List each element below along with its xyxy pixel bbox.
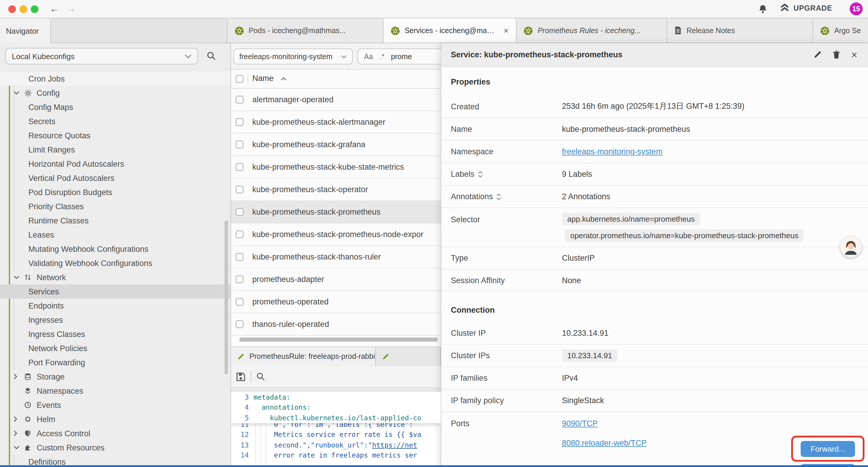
match-case-toggle[interactable]: Aa: [364, 52, 373, 61]
navigator-tab-label: Navigator: [6, 26, 39, 35]
close-panel-icon[interactable]: ×: [851, 50, 857, 59]
editor-search-icon[interactable]: [256, 372, 265, 381]
row-value: None: [562, 276, 581, 285]
row-label: Cluster IP: [441, 328, 562, 337]
sidebar-item-ingress-classes[interactable]: Ingress Classes: [0, 327, 230, 341]
upgrade-button[interactable]: UPGRADE: [780, 4, 832, 12]
notification-count-badge[interactable]: 15: [850, 2, 863, 16]
sidebar-item-helm[interactable]: Helm: [0, 412, 230, 426]
row-checkbox[interactable]: [236, 253, 243, 261]
back-button[interactable]: ←: [50, 2, 59, 16]
sidebar-item-resource-quotas[interactable]: Resource Quotas: [0, 128, 230, 143]
sidebar-item-endpoints[interactable]: Endpoints: [0, 298, 230, 313]
chevron-right-icon: [13, 374, 21, 380]
sidebar-item-mutating-webhook-configurations[interactable]: Mutating Webhook Configurations: [0, 242, 230, 256]
table-row[interactable]: kube-prometheus-stack-thanos-ruler: [231, 246, 441, 268]
sidebar-scrollbar-thumb[interactable]: [224, 221, 228, 374]
row-checkbox[interactable]: [236, 118, 243, 126]
sidebar-item-cron-jobs[interactable]: Cron Jobs: [0, 71, 230, 86]
tab-navigator[interactable]: Navigator: [0, 18, 51, 43]
sidebar-item-limit-ranges[interactable]: Limit Ranges: [0, 143, 230, 157]
sidebar-item-runtime-classes[interactable]: Runtime Classes: [0, 213, 230, 228]
regex-toggle[interactable]: .*: [380, 52, 385, 61]
row-checkbox[interactable]: [236, 320, 243, 328]
sidebar-search-icon[interactable]: [206, 51, 216, 61]
close-tab-icon[interactable]: ×: [500, 25, 509, 35]
tab-argo[interactable]: Argo Se: [813, 18, 868, 42]
editor-tab-label: PrometheusRule: freeleaps-prod-rabbitmq: [249, 352, 376, 360]
sidebar-item-ingresses[interactable]: Ingresses: [0, 313, 230, 327]
table-row[interactable]: kube-prometheus-stack-kube-state-metrics: [231, 156, 441, 178]
horizontal-scrollbar-thumb[interactable]: [239, 338, 438, 342]
tab-prometheus-rules[interactable]: Prometheus Rules - icecheng...: [517, 18, 667, 42]
service-name: prometheus-adapter: [252, 275, 324, 284]
tab-release-notes[interactable]: Release Notes: [667, 18, 813, 42]
save-icon[interactable]: [236, 372, 246, 382]
sidebar-item-services[interactable]: Services: [0, 284, 230, 298]
sidebar-item-leases[interactable]: Leases: [0, 228, 230, 242]
port-link-9090[interactable]: 9090/TCP: [562, 419, 598, 428]
sidebar-item-pod-disruption-budgets[interactable]: Pod Disruption Budgets: [0, 185, 230, 199]
sidebar-item-custom-resources[interactable]: Custom Resources: [0, 440, 230, 455]
sidebar-item-storage[interactable]: Storage: [0, 370, 230, 384]
sidebar-item-vertical-pod-autoscalers[interactable]: Vertical Pod Autoscalers: [0, 171, 230, 185]
expand-collapse-icon[interactable]: [478, 171, 483, 178]
sidebar-item-access-control[interactable]: Access Control: [0, 426, 230, 440]
table-row[interactable]: kube-prometheus-stack-grafana: [231, 134, 441, 156]
sidebar-item-port-forwarding[interactable]: Port Forwarding: [0, 355, 230, 370]
user-avatar[interactable]: [840, 236, 862, 258]
sidebar-item-network-policies[interactable]: Network Policies: [0, 341, 230, 355]
close-traffic-light[interactable]: [8, 5, 16, 13]
table-row[interactable]: prometheus-operated: [231, 291, 441, 313]
table-row[interactable]: kube-prometheus-stack-prometheus-node-ex…: [231, 224, 441, 246]
window-titlebar: ← → UPGRADE 15: [0, 0, 868, 18]
sort-ascending-icon[interactable]: [281, 77, 286, 81]
row-checkbox[interactable]: [236, 185, 243, 193]
runbook-url-link[interactable]: https://net: [372, 441, 417, 449]
code-line: 12 Metrics service error rate is {{ $va: [231, 430, 441, 440]
sidebar-item-validating-webhook-configurations[interactable]: Validating Webhook Configurations: [0, 256, 230, 270]
row-checkbox[interactable]: [236, 208, 243, 216]
list-search-input[interactable]: Aa .* prome: [358, 49, 441, 64]
table-row[interactable]: prometheus-adapter: [231, 268, 441, 291]
row-checkbox[interactable]: [236, 275, 243, 283]
row-checkbox[interactable]: [236, 298, 243, 305]
minimize-traffic-light[interactable]: [20, 5, 27, 13]
table-row[interactable]: alertmanager-operated: [231, 89, 441, 111]
name-column-header[interactable]: Name: [252, 74, 274, 83]
notifications-bell-icon[interactable]: [758, 4, 768, 14]
expand-collapse-icon[interactable]: [497, 193, 501, 200]
sidebar-item-namespaces[interactable]: Namespaces: [0, 384, 230, 398]
row-checkbox[interactable]: [236, 231, 243, 238]
table-row[interactable]: kube-prometheus-stack-alertmanager: [231, 111, 441, 134]
sidebar-item-horizontal-pod-autoscalers[interactable]: Horizontal Pod Autoscalers: [0, 157, 230, 171]
kubeconfig-selector[interactable]: Local Kubeconfigs: [5, 48, 198, 64]
delete-trash-icon[interactable]: [833, 50, 840, 59]
sidebar-item-secrets[interactable]: Secrets: [0, 114, 230, 128]
sidebar-item-config[interactable]: Config: [0, 86, 230, 100]
sidebar-item-config-maps[interactable]: Config Maps: [0, 100, 230, 114]
row-checkbox[interactable]: [236, 141, 243, 148]
row-label: Name: [441, 125, 562, 134]
row-checkbox[interactable]: [236, 96, 243, 104]
namespace-link[interactable]: freeleaps-monitoring-system: [562, 147, 663, 156]
maximize-traffic-light[interactable]: [31, 5, 38, 13]
editor-tab-prometheusrule[interactable]: PrometheusRule: freeleaps-prod-rabbitmq: [231, 347, 376, 366]
table-row-selected[interactable]: kube-prometheus-stack-prometheus: [231, 201, 441, 224]
sidebar-item-events[interactable]: Events: [0, 398, 230, 412]
row-checkbox[interactable]: [236, 163, 243, 171]
sidebar-item-priority-classes[interactable]: Priority Classes: [0, 199, 230, 213]
port-link-8080[interactable]: 8080:reloader-web/TCP: [562, 439, 647, 447]
editor-tab-partial[interactable]: [376, 347, 441, 366]
forward-button[interactable]: →: [66, 2, 75, 16]
tab-pods[interactable]: Pods - icecheng@mathmas...: [227, 18, 383, 42]
select-all-checkbox[interactable]: [236, 75, 243, 83]
edit-pencil-icon[interactable]: [813, 50, 822, 59]
namespace-filter-dropdown[interactable]: freeleaps-monitoring-system: [234, 49, 353, 64]
tab-services[interactable]: Services - icecheng@math... ×: [383, 18, 517, 42]
chevron-down-icon: [341, 55, 347, 58]
sidebar-item-network[interactable]: Network: [0, 270, 230, 284]
table-row[interactable]: kube-prometheus-stack-operator: [231, 178, 441, 201]
table-row[interactable]: thanos-ruler-operated: [231, 313, 441, 336]
yaml-editor[interactable]: 11 0","for":"1m","labels":{"service": 12…: [231, 392, 441, 467]
